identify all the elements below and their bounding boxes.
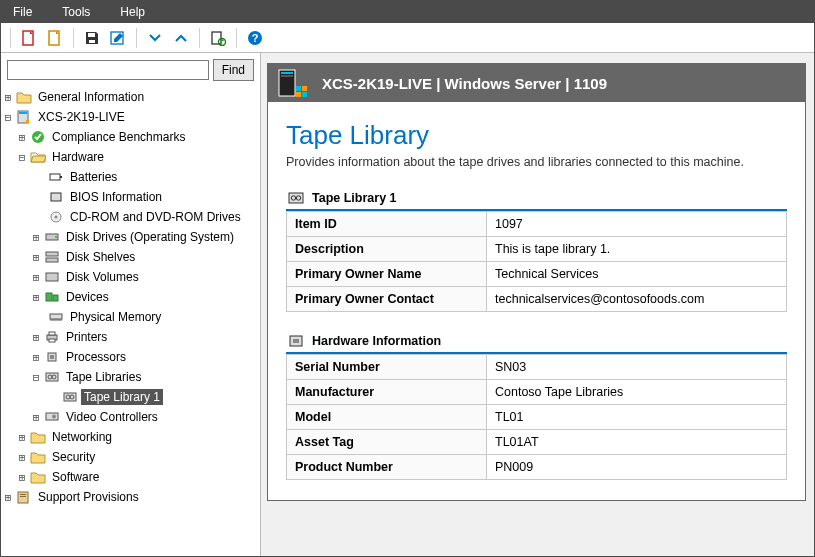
expand-toggle-icon[interactable]: ⊞ [17, 452, 27, 463]
chip-icon [48, 190, 64, 204]
support-icon [16, 490, 32, 504]
expand-toggle-icon[interactable]: ⊞ [31, 272, 41, 283]
menu-tools[interactable]: Tools [56, 3, 96, 21]
collapse-toggle-icon[interactable]: ⊟ [31, 372, 41, 383]
collapse-toggle-icon[interactable]: ⊟ [17, 152, 27, 163]
separator-icon [73, 28, 74, 48]
expand-toggle-icon[interactable]: ⊞ [17, 132, 27, 143]
help-button[interactable]: ? [244, 27, 266, 49]
svg-rect-25 [50, 314, 62, 319]
expand-toggle-icon[interactable]: ⊞ [31, 232, 41, 243]
tree-item-host[interactable]: ⊟ XCS-2K19-LIVE [3, 107, 258, 127]
tree-item-tape-libraries[interactable]: ⊟ Tape Libraries [3, 367, 258, 387]
tree-item-printers[interactable]: ⊞ Printers [3, 327, 258, 347]
svg-point-17 [55, 216, 58, 219]
tree-item-video-controllers[interactable]: ⊞ Video Controllers [3, 407, 258, 427]
svg-rect-43 [281, 72, 293, 74]
svg-rect-30 [50, 355, 54, 359]
expand-toggle-icon[interactable]: ⊞ [31, 292, 41, 303]
cell-value: TL01AT [487, 430, 787, 455]
tree-item-cdrom[interactable]: CD-ROM and DVD-ROM Drives [3, 207, 258, 227]
separator-icon [236, 28, 237, 48]
compliance-icon [30, 130, 46, 144]
panel-body: Tape Library Provides information about … [268, 102, 805, 500]
svg-rect-23 [46, 293, 52, 301]
collapse-button[interactable] [170, 27, 192, 49]
cell-value: SN03 [487, 355, 787, 380]
search-input[interactable] [7, 60, 209, 80]
tree-item-software[interactable]: ⊞ Software [3, 467, 258, 487]
expand-toggle-icon[interactable]: ⊞ [31, 352, 41, 363]
main-content: XCS-2K19-LIVE | Windows Server | 1109 Ta… [261, 53, 814, 556]
collapse-toggle-icon[interactable]: ⊟ [3, 112, 13, 123]
svg-rect-5 [212, 32, 221, 44]
sidebar: Find ⊞ General Information ⊟ XCS-2K19-LI… [1, 53, 261, 556]
table-hardware-info: Serial NumberSN03 ManufacturerContoso Ta… [286, 354, 787, 480]
expand-button[interactable] [144, 27, 166, 49]
svg-rect-15 [51, 193, 61, 201]
page-description: Provides information about the tape driv… [286, 155, 787, 169]
expand-toggle-icon[interactable]: ⊞ [31, 412, 41, 423]
cell-value: Technical Services [487, 262, 787, 287]
cell-key: Product Number [287, 455, 487, 480]
tree-item-networking[interactable]: ⊞ Networking [3, 427, 258, 447]
folder-icon [30, 430, 46, 444]
expand-toggle-icon[interactable]: ⊞ [3, 92, 13, 103]
cell-value: TL01 [487, 405, 787, 430]
svg-rect-14 [60, 176, 62, 178]
save-button[interactable] [81, 27, 103, 49]
expand-toggle-icon[interactable]: ⊞ [3, 492, 13, 503]
svg-rect-40 [20, 494, 26, 495]
volume-icon [44, 270, 60, 284]
edit-button[interactable] [107, 27, 129, 49]
gpu-icon [44, 410, 60, 424]
server-icon [16, 110, 32, 124]
panel-header: XCS-2K19-LIVE | Windows Server | 1109 [268, 64, 805, 102]
tree-item-batteries[interactable]: Batteries [3, 167, 258, 187]
memory-icon [48, 310, 64, 324]
tree-item-support[interactable]: ⊞ Support Provisions [3, 487, 258, 507]
chevron-up-icon [174, 31, 188, 45]
server-refresh-icon [210, 30, 226, 46]
table-row: Primary Owner Contacttechnicalservices@c… [287, 287, 787, 312]
folder-icon [30, 450, 46, 464]
tree-item-compliance[interactable]: ⊞ Compliance Benchmarks [3, 127, 258, 147]
svg-rect-13 [50, 174, 60, 180]
tree-item-disk-volumes[interactable]: ⊞ Disk Volumes [3, 267, 258, 287]
refresh-button[interactable] [207, 27, 229, 49]
export-xml-button[interactable] [44, 27, 66, 49]
tree-item-disk-shelves[interactable]: ⊞ Disk Shelves [3, 247, 258, 267]
tree-item-general[interactable]: ⊞ General Information [3, 87, 258, 107]
expand-toggle-icon[interactable]: ⊞ [17, 432, 27, 443]
expand-toggle-icon[interactable]: ⊞ [31, 252, 41, 263]
export-pdf-button[interactable] [18, 27, 40, 49]
tree-item-processors[interactable]: ⊞ Processors [3, 347, 258, 367]
svg-rect-44 [281, 75, 293, 77]
chevron-down-icon [148, 31, 162, 45]
tree-item-security[interactable]: ⊞ Security [3, 447, 258, 467]
tree-item-hardware[interactable]: ⊟ Hardware [3, 147, 258, 167]
xml-icon [47, 30, 63, 46]
tree-item-devices[interactable]: ⊞ Devices [3, 287, 258, 307]
expand-toggle-icon[interactable]: ⊞ [17, 472, 27, 483]
tree-item-bios[interactable]: BIOS Information [3, 187, 258, 207]
page-title: Tape Library [286, 120, 787, 151]
table-row: Primary Owner NameTechnical Services [287, 262, 787, 287]
expand-toggle-icon[interactable]: ⊞ [31, 332, 41, 343]
cell-key: Manufacturer [287, 380, 487, 405]
find-button[interactable]: Find [213, 59, 254, 81]
svg-rect-39 [18, 492, 28, 503]
tree[interactable]: ⊞ General Information ⊟ XCS-2K19-LIVE ⊞ … [1, 87, 260, 556]
devices-icon [44, 290, 60, 304]
menu-help[interactable]: Help [114, 3, 151, 21]
tree-item-tape-library-1[interactable]: Tape Library 1 [3, 387, 258, 407]
menu-file[interactable]: File [7, 3, 38, 21]
cell-key: Asset Tag [287, 430, 487, 455]
tree-item-disk-os[interactable]: ⊞ Disk Drives (Operating System) [3, 227, 258, 247]
svg-rect-3 [89, 40, 95, 43]
svg-rect-2 [88, 33, 95, 37]
battery-icon [48, 170, 64, 184]
tape-icon [62, 390, 78, 404]
tree-item-phys-mem[interactable]: Physical Memory [3, 307, 258, 327]
tape-icon [44, 370, 60, 384]
